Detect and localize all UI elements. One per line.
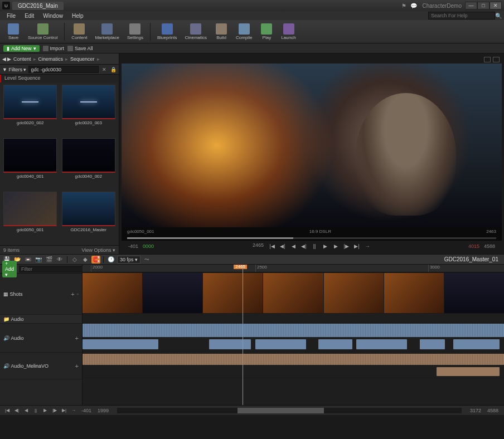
step-back-button[interactable]: ◀| <box>278 242 287 250</box>
source-control-button[interactable]: Source Control <box>25 22 61 41</box>
seq-loop-button[interactable]: → <box>70 407 77 414</box>
save-button[interactable]: Save <box>3 22 23 41</box>
shot-strip[interactable] <box>83 272 504 314</box>
pause-button[interactable]: || <box>310 242 319 250</box>
add-audio-icon[interactable]: + <box>75 363 79 369</box>
goto-start-button[interactable]: |◀ <box>268 242 277 250</box>
marketplace-button[interactable]: Marketplace <box>91 22 123 41</box>
content-button[interactable]: Content <box>68 22 90 41</box>
build-button[interactable]: Build <box>211 22 231 41</box>
audio-track-1[interactable] <box>83 323 504 352</box>
settings-button[interactable]: Settings <box>124 22 147 41</box>
track-filter-input[interactable] <box>19 266 86 272</box>
blueprints-button[interactable]: Blueprints <box>154 22 181 41</box>
seq-goto-end-button[interactable]: ▶| <box>60 407 68 414</box>
filter-input[interactable] <box>28 66 99 73</box>
track-options-icon[interactable]: ◦ <box>77 291 79 297</box>
maximize-button[interactable]: □ <box>477 2 490 9</box>
seq-step-back-button[interactable]: ◀| <box>13 407 21 414</box>
shot-thumb[interactable] <box>143 273 202 313</box>
play-forward-button[interactable]: ▶ <box>321 242 329 250</box>
track-audio-folder[interactable]: 📁 Audio <box>0 315 82 324</box>
render-icon[interactable]: 📼 <box>23 256 32 264</box>
track-audio-melina[interactable]: 🔊 Audio_MelinaVO + <box>0 353 82 379</box>
back-icon[interactable]: ◀ <box>2 56 6 62</box>
cinematics-button[interactable]: Cinematics <box>181 22 210 41</box>
shot-thumb[interactable] <box>324 273 384 313</box>
seq-goto-start-button[interactable]: |◀ <box>3 407 11 414</box>
cinematic-viewport[interactable] <box>122 64 502 227</box>
snap-icon[interactable]: 🧲 <box>91 256 100 264</box>
clear-filter-icon[interactable]: ✕ <box>101 66 108 73</box>
goto-end-button[interactable]: ▶| <box>352 242 361 250</box>
breadcrumb-content[interactable]: Content <box>12 56 32 62</box>
menu-edit[interactable]: Edit <box>20 12 38 19</box>
notification-icon[interactable]: ⚑ <box>400 2 408 9</box>
auto-key-icon[interactable]: ◆ <box>81 256 90 264</box>
seq-play-fwd-button[interactable]: ▶ <box>41 407 49 414</box>
key-icon[interactable]: ◇ <box>70 256 79 264</box>
playhead[interactable] <box>243 265 243 405</box>
filters-dropdown[interactable]: ▼ Filters ▾ <box>2 67 26 72</box>
asset-item[interactable]: gdc0050_001 <box>2 192 59 243</box>
shot-thumb[interactable] <box>384 273 444 313</box>
add-new-button[interactable]: ▮ Add New ▾ <box>3 45 40 52</box>
frame-back-button[interactable]: ◀ <box>289 242 298 250</box>
seq-step-fwd-button[interactable]: |▶ <box>51 407 59 414</box>
shot-thumb[interactable] <box>83 273 142 313</box>
search-icon[interactable]: 🔍 <box>495 13 502 19</box>
transport-red: 4015 <box>466 243 482 249</box>
add-shot-icon[interactable]: + <box>71 291 74 297</box>
add-audio-icon[interactable]: + <box>75 335 79 342</box>
audio-track-2[interactable] <box>83 352 504 378</box>
breadcrumb-cinematics[interactable]: Cinematics <box>37 56 65 62</box>
menu-file[interactable]: File <box>2 12 20 19</box>
play-button[interactable]: Play <box>256 22 277 41</box>
clap-icon[interactable]: 🎬 <box>45 256 54 264</box>
menu-help[interactable]: Help <box>67 12 88 19</box>
timeline[interactable]: 2000 2500 3000 <box>83 265 504 405</box>
shot-thumb[interactable] <box>203 273 263 313</box>
timeline-hscroll[interactable] <box>117 408 462 413</box>
fps-selector[interactable]: 30 fps ▾ <box>117 256 140 264</box>
eye-icon[interactable]: 👁 <box>55 256 64 264</box>
seq-play-rev-button[interactable]: ◀ <box>22 407 30 414</box>
filter-lock-icon[interactable]: 🔒 <box>110 66 117 73</box>
transport-zero: 0000 <box>140 243 156 249</box>
seq-pause-button[interactable]: || <box>32 407 40 414</box>
asset-item[interactable]: GDC2016_Master <box>61 192 117 243</box>
asset-item[interactable]: gdc0040_002 <box>61 138 117 189</box>
asset-item[interactable]: gdc0040_001 <box>2 138 59 189</box>
chat-icon[interactable]: 💬 <box>410 2 418 9</box>
step-fwd-button[interactable]: |▶ <box>342 242 351 250</box>
add-track-button[interactable]: + Add ▾ <box>2 261 17 277</box>
curves-icon[interactable]: ⤳ <box>142 256 151 264</box>
import-button[interactable]: Import <box>43 46 65 51</box>
document-tab[interactable]: GDC2016_Main <box>12 2 64 10</box>
frame-fwd-button[interactable]: ▶ <box>331 242 340 250</box>
viewport-layout-icon[interactable] <box>493 57 500 62</box>
track-audio[interactable]: 🔊 Audio + <box>0 324 82 353</box>
clock-icon[interactable]: 🕐 <box>106 256 115 264</box>
viewport-grid-icon[interactable] <box>484 57 491 62</box>
view-options-button[interactable]: View Options ▾ <box>82 247 115 253</box>
forward-icon[interactable]: ▶ <box>7 56 11 62</box>
minimize-button[interactable]: — <box>465 2 477 9</box>
compile-button[interactable]: Compile <box>232 22 255 41</box>
launch-button[interactable]: Launch <box>278 22 299 41</box>
breadcrumb-sequencer[interactable]: Sequencer <box>69 56 96 62</box>
menu-window[interactable]: Window <box>38 12 67 19</box>
viewport-scrubber[interactable] <box>122 235 502 241</box>
asset-item[interactable]: gdc0020_002 <box>2 85 59 136</box>
timeline-ruler[interactable]: 2000 2500 3000 <box>83 265 504 272</box>
track-shots[interactable]: ▦ Shots + ◦ <box>0 274 82 315</box>
loop-button[interactable]: → <box>363 242 372 250</box>
close-button[interactable]: ✕ <box>490 2 502 9</box>
save-all-button[interactable]: Save All <box>67 46 93 51</box>
play-reverse-button[interactable]: ◀| <box>299 242 308 250</box>
camera-icon[interactable]: 📷 <box>34 256 43 264</box>
asset-item[interactable]: gdc0020_003 <box>61 85 117 136</box>
help-search-input[interactable] <box>428 12 495 19</box>
shot-thumb[interactable] <box>263 273 323 313</box>
shot-thumb[interactable] <box>444 273 504 313</box>
